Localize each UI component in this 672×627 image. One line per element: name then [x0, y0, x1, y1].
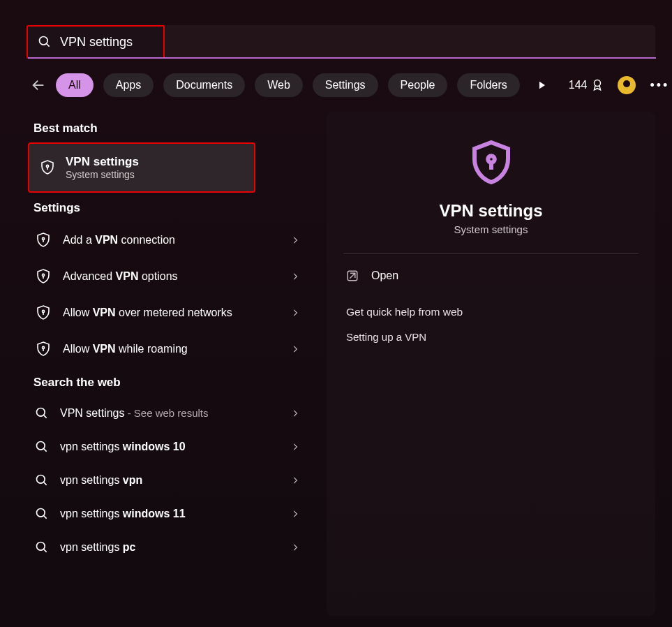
chevron-right-icon: [290, 475, 300, 485]
web-result-vpn-settings[interactable]: VPN settings - See web results: [28, 397, 307, 430]
item-label: Advanced VPN options: [63, 270, 279, 283]
svg-line-22: [44, 516, 47, 519]
search-icon: [35, 440, 49, 454]
open-action[interactable]: Open: [343, 261, 639, 290]
svg-point-11: [42, 310, 44, 312]
search-icon: [35, 406, 49, 420]
item-label: vpn settings vpn: [60, 474, 279, 487]
svg-point-15: [37, 408, 45, 417]
search-icon: [35, 473, 49, 487]
help-link-setup-vpn[interactable]: Setting up a VPN: [343, 325, 639, 348]
best-match-title: VPN settings: [66, 155, 139, 169]
chevron-right-icon: [290, 235, 300, 245]
svg-point-13: [42, 346, 44, 348]
open-label: Open: [371, 270, 398, 282]
preview-panel: VPN settings System settings Open Get qu…: [327, 112, 655, 616]
back-button[interactable]: [31, 73, 46, 98]
svg-point-21: [37, 509, 45, 517]
arrow-left-icon: [31, 78, 46, 93]
svg-point-5: [46, 165, 48, 167]
svg-point-7: [42, 237, 44, 239]
filter-web[interactable]: Web: [255, 73, 303, 97]
search-icon: [38, 35, 52, 49]
more-options[interactable]: •••: [650, 78, 669, 93]
shield-lock-icon: [35, 268, 52, 285]
chevron-right-icon: [290, 509, 300, 519]
filter-all[interactable]: All: [56, 73, 94, 97]
svg-point-9: [42, 274, 44, 276]
svg-line-1: [47, 44, 50, 47]
item-label: Allow VPN over metered networks: [63, 307, 279, 319]
filter-bar: All Apps Documents Web Settings People F…: [31, 73, 655, 98]
svg-point-25: [488, 156, 495, 163]
shield-lock-icon-large: [466, 138, 516, 189]
filter-settings[interactable]: Settings: [313, 73, 378, 97]
search-input-value: VPN settings: [60, 35, 133, 50]
shield-lock-icon: [35, 341, 52, 357]
item-label: Allow VPN while roaming: [63, 343, 279, 355]
svg-line-24: [44, 549, 47, 552]
rewards-points[interactable]: 144: [569, 79, 604, 91]
settings-item-vpn-metered[interactable]: Allow VPN over metered networks: [28, 295, 307, 331]
divider: [343, 253, 639, 254]
svg-line-16: [44, 415, 47, 418]
help-section-title: Get quick help from web: [346, 306, 636, 318]
section-settings: Settings: [33, 201, 307, 215]
play-icon: [537, 80, 547, 90]
filter-documents[interactable]: Documents: [163, 73, 245, 97]
shield-lock-icon: [35, 304, 52, 321]
filter-folders[interactable]: Folders: [457, 73, 519, 97]
section-best-match: Best match: [33, 121, 307, 135]
svg-marker-3: [539, 82, 545, 89]
search-icon: [35, 540, 49, 554]
chevron-right-icon: [290, 543, 300, 552]
best-match-result[interactable]: VPN settings System settings: [28, 142, 255, 193]
ribbon-icon: [591, 79, 604, 91]
item-label: Add a VPN connection: [63, 234, 279, 246]
item-label: vpn settings windows 11: [60, 508, 279, 520]
preview-hero: VPN settings System settings: [343, 128, 639, 235]
svg-point-0: [40, 37, 48, 45]
item-label: vpn settings windows 10: [60, 441, 279, 453]
preview-title: VPN settings: [439, 201, 542, 221]
play-button[interactable]: [530, 73, 555, 98]
section-search-web: Search the web: [33, 376, 307, 390]
chevron-right-icon: [290, 344, 300, 354]
content-area: Best match VPN settings System settings …: [28, 112, 655, 616]
filter-apps[interactable]: Apps: [103, 73, 154, 97]
web-result-pc[interactable]: vpn settings pc: [28, 531, 307, 564]
web-result-vpn[interactable]: vpn settings vpn: [28, 464, 307, 497]
svg-point-17: [37, 442, 45, 450]
shield-lock-icon: [39, 159, 56, 176]
svg-point-4: [595, 80, 601, 87]
item-label: VPN settings - See web results: [60, 407, 279, 420]
svg-point-19: [37, 475, 45, 484]
chevron-right-icon: [290, 442, 300, 452]
svg-line-18: [44, 449, 47, 452]
settings-item-add-vpn[interactable]: Add a VPN connection: [28, 222, 307, 258]
points-value: 144: [569, 79, 588, 91]
start-search-window: VPN settings All Apps Documents Web Sett…: [0, 0, 672, 627]
chevron-right-icon: [290, 272, 300, 281]
search-bar[interactable]: VPN settings: [27, 25, 165, 59]
filter-people[interactable]: People: [388, 73, 448, 97]
search-icon: [35, 507, 49, 521]
web-result-windows-10[interactable]: vpn settings windows 10: [28, 430, 307, 464]
preview-subtitle: System settings: [454, 223, 528, 235]
web-result-windows-11[interactable]: vpn settings windows 11: [28, 497, 307, 531]
shield-lock-icon: [35, 232, 52, 249]
chevron-right-icon: [290, 308, 300, 318]
best-match-subtitle: System settings: [66, 169, 139, 180]
user-avatar[interactable]: [618, 76, 636, 94]
settings-item-vpn-roaming[interactable]: Allow VPN while roaming: [28, 331, 307, 367]
open-external-icon: [346, 270, 359, 282]
svg-line-20: [44, 482, 47, 485]
settings-item-advanced-vpn[interactable]: Advanced VPN options: [28, 258, 307, 295]
svg-point-23: [37, 543, 45, 551]
chevron-right-icon: [290, 408, 300, 418]
item-label: vpn settings pc: [60, 541, 279, 554]
results-column: Best match VPN settings System settings …: [28, 112, 307, 616]
